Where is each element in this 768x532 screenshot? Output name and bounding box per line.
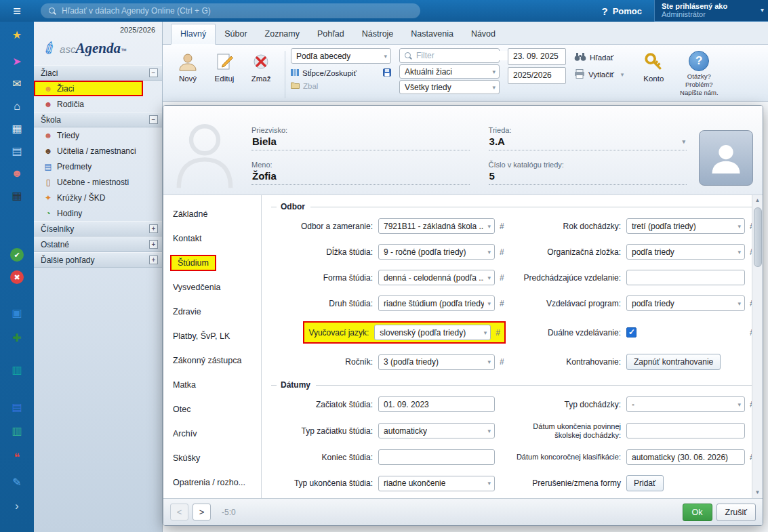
signed-in-box[interactable]: Ste prihlásený ako Administrátor — [654, 0, 768, 22]
sidebar-item-ziaci[interactable]: ☻Žiaci — [34, 81, 143, 96]
student-photo-placeholder[interactable] — [699, 130, 753, 186]
year-field[interactable]: 2025/2026 — [508, 67, 566, 84]
zapnut-kontrahovanie-button[interactable]: Zapnúť kontrahovanie — [626, 354, 721, 370]
hash-link[interactable]: # — [500, 222, 504, 231]
koniec-studia-input[interactable] — [378, 449, 495, 465]
sidebar-item-kruzky-skd[interactable]: ✦Krúžky / ŠKD — [34, 190, 162, 205]
chat-icon[interactable]: ❝ — [0, 449, 34, 466]
dart-icon[interactable]: ➤ — [0, 54, 34, 70]
sidebar-item-dalsie-pohlady[interactable]: Ďalšie pohľady+ — [34, 252, 162, 268]
global-search-input[interactable] — [62, 6, 412, 16]
pridat-button[interactable]: Pridať — [626, 475, 664, 491]
tab-nastavenia[interactable]: Nastavenia — [402, 24, 462, 44]
pen-icon[interactable]: ✎ — [0, 474, 34, 491]
scroll-thumb[interactable] — [754, 207, 762, 267]
datum-koncorocnej-klasifikacie-input[interactable] — [626, 449, 745, 465]
prev-record-button[interactable]: < — [170, 504, 188, 520]
surname-value[interactable]: Biela — [251, 135, 470, 150]
hash-link[interactable]: # — [500, 299, 504, 308]
vyucovaci-jazyk-select[interactable]: slovenský (podľa triedy) — [374, 325, 491, 340]
account-button[interactable]: Konto — [632, 48, 675, 101]
typ-zaciatku-studia-select[interactable]: automaticky — [378, 423, 495, 438]
date-field[interactable]: 23. 09. 2025 — [508, 48, 566, 65]
sidebar-item-ciselniky[interactable]: Číselníky+ — [34, 221, 162, 237]
dialog-tab-platby-svp-lk[interactable]: Platby, ŠvP, LK — [163, 324, 261, 348]
calculator-icon[interactable]: ▦ — [0, 188, 34, 204]
sidebar-item-ucitelia-zamestnanci[interactable]: ☻Učitelia / zamestnanci — [34, 143, 162, 159]
library-icon[interactable]: ▤ — [0, 399, 34, 415]
dualne-vzdelavanie-checkbox[interactable] — [626, 327, 636, 337]
hash-link[interactable]: # — [500, 357, 504, 367]
sort-select[interactable]: Podľa abecedy — [291, 48, 391, 64]
collapse-button[interactable]: Zbal — [291, 79, 391, 92]
shield-icon[interactable]: ✚ — [0, 330, 34, 346]
datum-ukoncenia-povinnej-input[interactable] — [626, 423, 745, 438]
approve-icon[interactable]: ✔ — [10, 248, 24, 262]
dialog-tab-kontakt[interactable]: Kontakt — [163, 226, 261, 251]
hash-link[interactable]: # — [496, 328, 500, 337]
questions-button[interactable]: ? Otázky? Problém? Napíšte nám. — [675, 48, 723, 101]
edit-button[interactable]: Edituj — [206, 48, 243, 101]
dialog-scrollbar[interactable] — [752, 195, 763, 498]
druh-studia-select[interactable]: riadne štúdium (podľa triedy) — [378, 295, 495, 311]
new-button[interactable]: Nový — [169, 48, 206, 101]
find-button[interactable]: Hľadať — [574, 51, 624, 64]
collapse-icon[interactable]: − — [149, 115, 158, 124]
dialog-tab-opatrenia[interactable]: Opatrenia / rozho... — [163, 470, 261, 495]
dialog-tab-archiv[interactable]: Archív — [163, 422, 261, 446]
dlzka-studia-select[interactable]: 9 - ročné (podľa triedy) — [378, 244, 495, 260]
mail-icon[interactable]: ✉ — [0, 76, 34, 92]
zaciatok-studia-input[interactable] — [378, 396, 495, 412]
dialog-tab-matka[interactable]: Matka — [163, 373, 261, 397]
ok-button[interactable]: Ok — [683, 504, 712, 521]
dialog-tab-otec[interactable]: Otec — [163, 397, 261, 422]
cancel-button[interactable]: Zrušiť — [716, 504, 756, 521]
predchadzajuce-vzdelanie-input[interactable] — [626, 270, 745, 285]
tab-nastroje[interactable]: Nástroje — [353, 24, 403, 44]
star-icon[interactable]: ★ — [0, 27, 34, 43]
tab-hlavny[interactable]: Hlavný — [171, 24, 216, 45]
sidebar-item-rodicia[interactable]: ☻Rodičia — [34, 96, 162, 112]
filter-input[interactable] — [416, 51, 521, 60]
tab-navod[interactable]: Návod — [462, 24, 504, 44]
dialog-tab-skusky[interactable]: Skúšky — [163, 446, 261, 470]
organizacna-zlozka-select[interactable]: podľa triedy — [626, 244, 745, 260]
next-record-button[interactable]: > — [193, 504, 211, 520]
tab-subor[interactable]: Súbor — [216, 24, 256, 44]
columns-group-button[interactable]: Stĺpce/Zoskupiť — [291, 66, 391, 79]
delete-button[interactable]: Zmaž — [243, 48, 279, 101]
rok-dochadzky-select[interactable]: tretí (podľa triedy) — [626, 218, 745, 234]
tab-pohlad[interactable]: Pohľad — [308, 24, 353, 44]
book-icon[interactable]: ▤ — [0, 143, 34, 159]
dialog-tab-zakonny-zastupca[interactable]: Zákonný zástupca — [163, 348, 261, 373]
pupils-filter-select[interactable]: Aktuálni žiaci — [399, 64, 500, 79]
help-button[interactable]: ? Pomoc — [601, 5, 642, 17]
menu-icon[interactable]: ≡ — [0, 0, 34, 22]
hash-link[interactable]: # — [500, 273, 504, 283]
calendar-icon[interactable]: ▦ — [0, 121, 34, 137]
sidebar-item-triedy[interactable]: ☻Triedy — [34, 127, 162, 143]
sidebar-item-ucebne-miestnosti[interactable]: ▯Učebne - miestnosti — [34, 174, 162, 190]
sidebar-item-ziaci-group[interactable]: Žiaci− — [34, 65, 162, 81]
sidebar-item-skola-group[interactable]: Škola− — [34, 112, 162, 127]
rocnik-select[interactable]: 3 (podľa triedy) — [378, 354, 495, 370]
sidebar-item-predmety[interactable]: ▤Predmety — [34, 159, 162, 174]
expand-icon[interactable]: › — [0, 498, 34, 514]
expand-icon[interactable]: + — [149, 240, 158, 249]
dialog-tab-zakladne[interactable]: Základné — [163, 202, 261, 226]
briefcase-icon[interactable]: ▣ — [0, 305, 34, 321]
chart-icon[interactable]: ▥ — [0, 362, 34, 378]
tab-zoznamy[interactable]: Zoznamy — [256, 24, 308, 44]
typ-ukoncenia-studia-select[interactable]: riadne ukončenie — [378, 476, 495, 491]
home-icon[interactable]: ⌂ — [0, 98, 34, 115]
sidebar-item-hodiny[interactable]: ◔Hodiny — [34, 205, 162, 221]
scroll-down-icon[interactable] — [752, 487, 763, 498]
people-icon[interactable]: ☻ — [0, 165, 34, 182]
print-button[interactable]: Vytlačiť — [574, 68, 624, 81]
sidebar-item-ostatne[interactable]: Ostatné+ — [34, 237, 162, 252]
dialog-tab-studium[interactable]: Štúdium — [163, 251, 261, 275]
forma-studia-select[interactable]: denná - celodenná (podľa ... — [378, 270, 495, 285]
dialog-tab-zdravie[interactable]: Zdravie — [163, 300, 261, 324]
collapse-icon[interactable]: − — [149, 68, 158, 77]
odbor-a-zameranie-select[interactable]: 7921B11 - základná škola ... — [378, 218, 495, 234]
